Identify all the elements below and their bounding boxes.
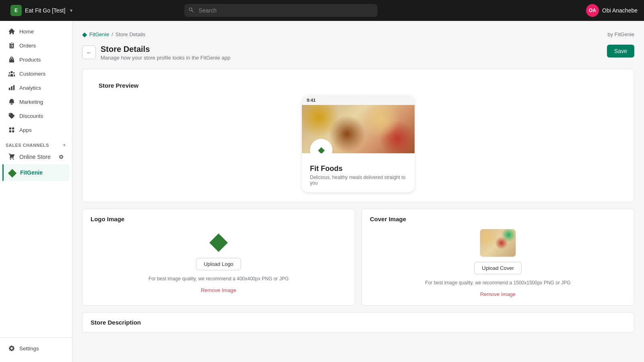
search-icon xyxy=(188,7,194,14)
breadcrumb: ◆ FitGenie / Store Details by FitGenie xyxy=(82,31,634,38)
sidebar-item-settings[interactable]: Settings xyxy=(2,341,70,355)
orders-icon xyxy=(8,42,15,49)
analytics-icon xyxy=(8,84,15,91)
remove-cover-link[interactable]: Remove Image xyxy=(480,291,516,297)
user-name: Obi Anachebe xyxy=(602,7,638,14)
page-header: ← Store Details Manage how your store pr… xyxy=(82,45,634,61)
page-subtitle: Manage how your store profile looks in t… xyxy=(101,55,602,61)
marketing-icon xyxy=(8,98,15,105)
sidebar-item-marketing[interactable]: Marketing xyxy=(2,95,70,109)
remove-logo-link[interactable]: Remove Image xyxy=(201,287,236,293)
top-navigation: E Eat Fit Go [Test] ▾ OA Obi Anachebe xyxy=(0,0,644,21)
breadcrumb-separator: / xyxy=(111,31,113,37)
sidebar-item-home[interactable]: Home xyxy=(2,25,70,38)
sidebar-item-fitgenie[interactable]: ◆ FitGenie xyxy=(2,164,70,181)
logo-image-card: Logo Image ◆ Upload Logo For best image … xyxy=(82,209,355,306)
sidebar-item-discounts[interactable]: Discounts xyxy=(2,109,70,123)
preview-store-desc: Delicious, healthy meals delivered strai… xyxy=(310,175,407,186)
back-button[interactable]: ← xyxy=(82,45,96,59)
image-cards-row: Logo Image ◆ Upload Logo For best image … xyxy=(82,209,634,306)
discounts-icon xyxy=(8,112,15,119)
online-store-icon xyxy=(8,153,15,160)
preview-status-bar: 9:41 xyxy=(302,95,415,105)
search-input[interactable] xyxy=(184,4,378,17)
logo-upload-area: ◆ Upload Logo For best image quality, we… xyxy=(91,229,347,293)
logo-diamond-icon: ◆ xyxy=(209,229,228,253)
preview-cover: ◆ xyxy=(302,105,415,153)
avatar: OA xyxy=(586,4,599,17)
logo-image-hint: For best image quality, we recommend a 4… xyxy=(149,275,289,282)
breadcrumb-parent[interactable]: FitGenie xyxy=(89,31,109,37)
page-title: Store Details xyxy=(101,45,602,54)
upload-cover-button[interactable]: Upload Cover xyxy=(474,262,522,274)
store-name: Eat Fit Go [Test] xyxy=(25,7,65,14)
chevron-down-icon: ▾ xyxy=(70,8,72,13)
sidebar-item-products[interactable]: Products xyxy=(2,53,70,66)
sidebar-item-customers[interactable]: Customers xyxy=(2,67,70,80)
sidebar-label-apps: Apps xyxy=(19,127,32,133)
logo-image-title: Logo Image xyxy=(91,216,347,222)
cover-thumbnail xyxy=(480,229,516,257)
home-icon xyxy=(8,28,15,35)
cover-image-hint: For best image quality, we recommend a 1… xyxy=(425,279,570,286)
preview-logo-diamond: ◆ xyxy=(318,145,325,153)
search-bar xyxy=(184,4,378,17)
sidebar: Home Orders Products Customers Analytics xyxy=(0,21,72,362)
settings-label: Settings xyxy=(19,346,39,352)
preview-store-name: Fit Foods xyxy=(310,165,407,173)
sidebar-label-marketing: Marketing xyxy=(19,99,43,105)
sidebar-item-analytics[interactable]: Analytics xyxy=(2,81,70,95)
store-preview-title: Store Preview xyxy=(91,76,626,95)
apps-icon xyxy=(8,126,15,134)
sidebar-item-orders[interactable]: Orders xyxy=(2,39,70,52)
preview-store-info: Fit Foods Delicious, healthy meals deliv… xyxy=(302,153,415,192)
user-area: OA Obi Anachebe xyxy=(586,4,638,17)
store-description-title: Store Description xyxy=(83,313,634,332)
store-selector[interactable]: E Eat Fit Go [Test] ▾ xyxy=(6,2,76,19)
preview-container: 9:41 ◆ Fit Foods Delicious, healthy meal… xyxy=(91,95,626,192)
active-indicator xyxy=(2,164,4,181)
breadcrumb-current: Store Details xyxy=(116,31,145,37)
sidebar-label-analytics: Analytics xyxy=(19,85,41,91)
sidebar-item-online-store[interactable]: Online Store xyxy=(2,150,70,164)
sidebar-label-orders: Orders xyxy=(19,43,36,49)
sidebar-label-customers: Customers xyxy=(19,71,45,77)
store-description-card: Store Description xyxy=(82,312,634,333)
settings-nav-icon xyxy=(8,345,15,352)
store-icon: E xyxy=(10,5,22,16)
page-title-block: Store Details Manage how your store prof… xyxy=(101,45,602,61)
products-icon xyxy=(8,56,15,63)
sidebar-label-online-store: Online Store xyxy=(19,154,51,160)
customers-icon xyxy=(8,70,15,77)
upload-logo-button[interactable]: Upload Logo xyxy=(196,258,241,270)
store-preview-card: Store Preview 9:41 ◆ Fit F xyxy=(82,69,634,202)
settings-icon xyxy=(58,154,64,160)
cover-image-card: Cover Image Upload Cover For best image … xyxy=(361,209,634,306)
fitgenie-gem-icon: ◆ xyxy=(82,31,87,38)
add-sales-channel-button[interactable]: ＋ xyxy=(62,142,67,148)
preview-phone: 9:41 ◆ Fit Foods Delicious, healthy meal… xyxy=(302,95,415,192)
sidebar-item-apps[interactable]: Apps xyxy=(2,123,70,137)
sales-channels-section: SALES CHANNELS ＋ xyxy=(0,137,72,150)
sidebar-label-discounts: Discounts xyxy=(19,113,43,119)
by-label: by FitGenie xyxy=(608,31,634,37)
sidebar-label-products: Products xyxy=(19,57,41,63)
cover-upload-area: Upload Cover For best image quality, we … xyxy=(370,229,626,297)
save-button[interactable]: Save xyxy=(607,45,634,58)
sidebar-label-fitgenie: FitGenie xyxy=(20,169,43,176)
cover-image-title: Cover Image xyxy=(370,216,626,222)
fitgenie-diamond-icon: ◆ xyxy=(8,167,16,178)
main-content: ◆ FitGenie / Store Details by FitGenie ←… xyxy=(72,21,644,362)
sidebar-label-home: Home xyxy=(19,29,34,35)
